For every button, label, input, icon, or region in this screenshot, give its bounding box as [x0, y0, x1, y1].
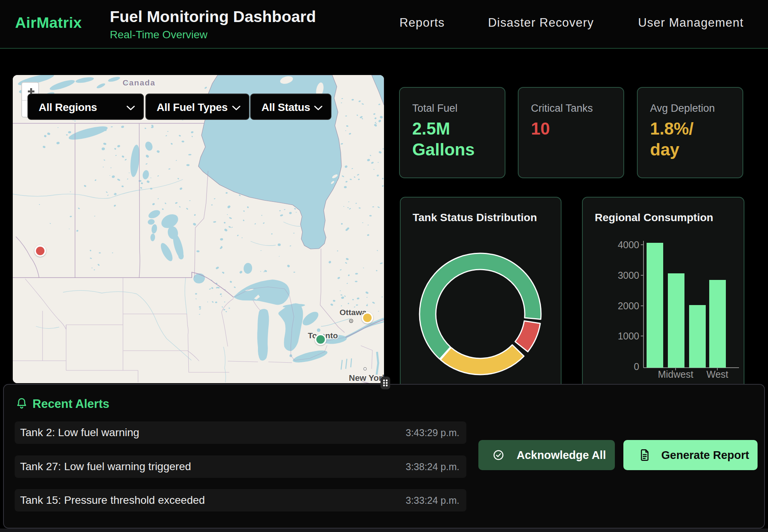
- svg-text:3000: 3000: [618, 270, 639, 281]
- svg-text:0: 0: [634, 361, 639, 372]
- svg-text:Canada: Canada: [123, 78, 155, 87]
- svg-text:West: West: [707, 369, 729, 380]
- svg-text:4000: 4000: [618, 239, 639, 250]
- svg-text:1000: 1000: [618, 331, 639, 341]
- svg-text:2000: 2000: [618, 300, 639, 311]
- svg-text:Midwest: Midwest: [658, 369, 693, 380]
- svg-text:New York: New York: [349, 373, 384, 383]
